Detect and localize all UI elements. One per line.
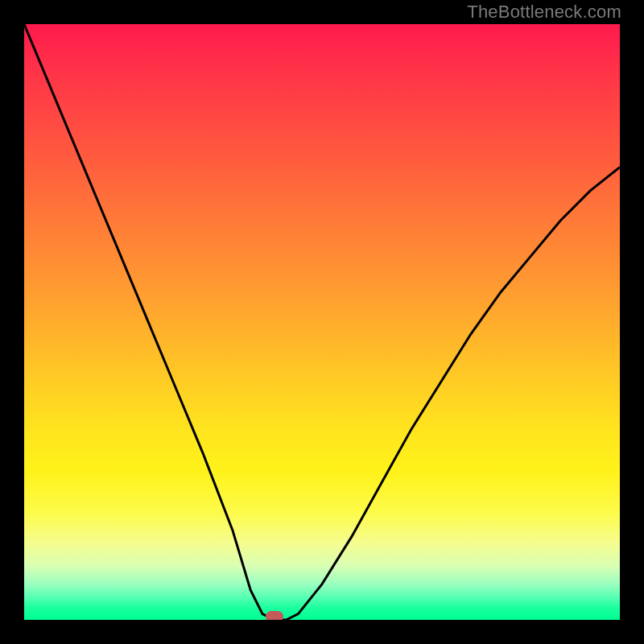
plot-area <box>24 24 620 620</box>
optimum-marker <box>266 611 283 620</box>
curve-svg <box>24 24 620 620</box>
bottleneck-curve <box>24 24 620 620</box>
chart-frame: TheBottleneck.com <box>0 0 644 644</box>
watermark-text: TheBottleneck.com <box>467 2 621 23</box>
